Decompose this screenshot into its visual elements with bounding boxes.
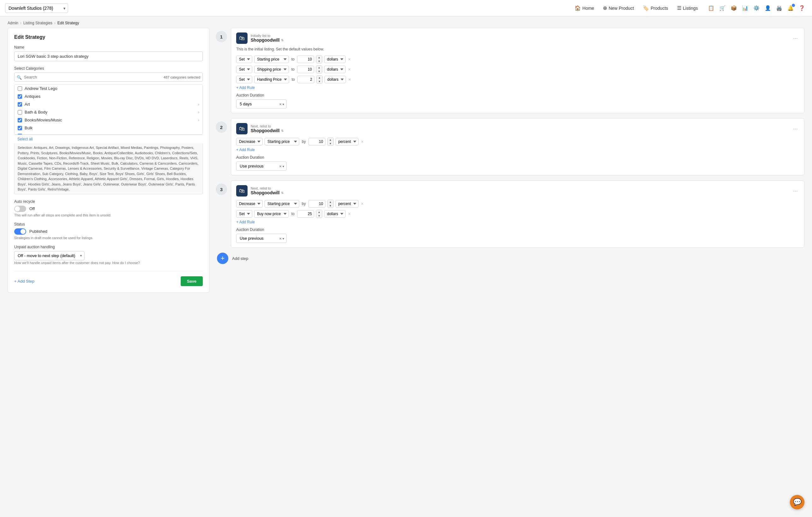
rule-spinner-up-1-2[interactable]: ▲ xyxy=(316,66,322,69)
add-rule-link-1[interactable]: + Add Rule xyxy=(236,85,799,90)
rule-unit-select-1-1[interactable]: dollars xyxy=(324,56,346,63)
duration-select-2[interactable]: Use previous xyxy=(236,162,287,171)
print-icon-btn[interactable]: 🖨️ xyxy=(774,3,784,13)
rule-unit-select-3-2[interactable]: dollars xyxy=(324,210,346,218)
category-checkbox[interactable] xyxy=(18,102,22,107)
nav-products[interactable]: 🏷️ Products xyxy=(639,3,671,13)
notification-icon-btn[interactable]: 🔔 xyxy=(785,3,795,13)
step-row-3: 3🛍Next, relist toShopgoodwill ⇅···Decrea… xyxy=(216,180,805,248)
rule-unit-select-2-1[interactable]: percent xyxy=(336,138,358,145)
user-icon-btn[interactable]: 👤 xyxy=(763,3,773,13)
rule-spinner-down-2-1[interactable]: ▼ xyxy=(328,142,333,145)
rule-unit-select-1-3[interactable]: dollars xyxy=(324,76,346,83)
category-item[interactable]: Bulk xyxy=(14,124,202,132)
rule-value-input-3-2[interactable] xyxy=(297,210,314,218)
rule-delete-btn-1-2[interactable]: × xyxy=(348,67,351,72)
rule-action-select-1-3[interactable]: Set xyxy=(236,76,252,83)
box-icon-btn[interactable]: 📦 xyxy=(729,3,739,13)
category-checkbox[interactable] xyxy=(18,118,22,122)
rule-value-input-3-1[interactable] xyxy=(309,200,325,207)
category-item[interactable]: Andrew Test Lego xyxy=(14,85,202,92)
rule-delete-btn-1-1[interactable]: × xyxy=(348,57,351,62)
rule-spinner-3-2: ▲▼ xyxy=(316,210,322,218)
unpaid-select[interactable]: Off - move to next step (default) xyxy=(14,251,85,260)
duration-select-3[interactable]: Use previous xyxy=(236,234,287,243)
step-menu-btn-1[interactable]: ··· xyxy=(792,35,799,41)
category-item[interactable]: Books/Movies/Music› xyxy=(14,116,202,124)
rule-value-input-1-1[interactable] xyxy=(297,56,314,63)
nav-home[interactable]: 🏠 Home xyxy=(571,3,597,13)
rule-field-select-1-3[interactable]: Handling Price xyxy=(254,76,289,83)
rule-field-select-2-1[interactable]: Starting price xyxy=(265,138,299,145)
add-step-link[interactable]: + Add Step xyxy=(14,279,34,284)
rule-spinner-down-3-2[interactable]: ▼ xyxy=(316,214,322,218)
step-menu-btn-2[interactable]: ··· xyxy=(792,125,799,132)
rule-field-select-1-1[interactable]: Starting price xyxy=(254,56,289,63)
category-item[interactable]: Antiques xyxy=(14,92,202,100)
rule-value-input-2-1[interactable] xyxy=(309,138,325,145)
category-checkbox[interactable] xyxy=(18,94,22,99)
category-item[interactable]: Art› xyxy=(14,100,202,108)
rule-delete-btn-2-1[interactable]: × xyxy=(361,139,364,144)
rule-action-select-1-1[interactable]: Set xyxy=(236,56,252,63)
rule-action-select-1-2[interactable]: Set xyxy=(236,66,252,73)
duration-select-1[interactable]: 5 days xyxy=(236,99,287,109)
category-checkbox[interactable] xyxy=(18,86,22,91)
store-selector[interactable]: Downleft Studios (278) xyxy=(5,3,68,13)
nav-new-product[interactable]: ⊕ New Product xyxy=(600,3,637,13)
rule-unit-select-3-1[interactable]: percent xyxy=(336,200,358,207)
category-expand-icon[interactable]: › xyxy=(198,110,199,115)
save-button[interactable]: Save xyxy=(181,276,203,286)
add-rule-link-2[interactable]: + Add Rule xyxy=(236,148,799,152)
add-step-circle-btn[interactable]: + xyxy=(217,253,228,264)
rule-action-select-3-1[interactable]: Decrease xyxy=(236,200,263,207)
copy-icon-btn[interactable]: 📋 xyxy=(706,3,716,13)
category-checkbox[interactable] xyxy=(18,126,22,130)
cart-icon-btn[interactable]: 🛒 xyxy=(717,3,727,13)
rule-value-input-1-2[interactable] xyxy=(297,66,314,73)
auto-recycle-toggle[interactable] xyxy=(14,206,26,212)
rule-spinner-up-1-3[interactable]: ▲ xyxy=(317,76,322,80)
rule-field-select-1-2[interactable]: Shipping price xyxy=(254,66,289,73)
help-icon-btn[interactable]: ❓ xyxy=(797,3,807,13)
rule-spinner-down-1-2[interactable]: ▼ xyxy=(316,69,322,73)
breadcrumb-listing-strategies[interactable]: Listing Strategies xyxy=(23,21,52,25)
rule-value-input-1-3[interactable] xyxy=(297,76,314,83)
rule-spinner-up-1-1[interactable]: ▲ xyxy=(316,56,322,59)
breadcrumb-admin[interactable]: Admin xyxy=(7,21,18,25)
auction-duration-label-1: Auction Duration xyxy=(236,93,799,97)
rule-spinner-up-2-1[interactable]: ▲ xyxy=(328,138,333,142)
store-select[interactable]: Downleft Studios (278) xyxy=(5,3,68,13)
category-checkbox[interactable] xyxy=(18,110,22,115)
rule-spinner-down-1-3[interactable]: ▼ xyxy=(317,80,322,83)
rule-spinner-down-3-1[interactable]: ▼ xyxy=(328,204,333,207)
add-rule-link-3[interactable]: + Add Rule xyxy=(236,220,799,224)
platform-sort-icon[interactable]: ⇅ xyxy=(281,129,284,133)
rule-delete-btn-1-3[interactable]: × xyxy=(348,77,351,82)
rule-action-select-3-2[interactable]: Set xyxy=(236,210,252,218)
category-item[interactable]: Bath & Body› xyxy=(14,108,202,116)
platform-sort-icon[interactable]: ⇅ xyxy=(281,191,284,195)
rule-spinner-up-3-2[interactable]: ▲ xyxy=(316,210,322,214)
rule-delete-btn-3-1[interactable]: × xyxy=(361,201,364,206)
category-expand-icon[interactable]: › xyxy=(198,118,199,122)
category-item[interactable]: Calculators xyxy=(14,132,202,135)
step-menu-btn-3[interactable]: ··· xyxy=(792,188,799,194)
rule-spinner-down-1-1[interactable]: ▼ xyxy=(316,59,322,63)
step-header-left-2: 🛍Next, relist toShopgoodwill ⇅ xyxy=(236,123,789,134)
rule-field-select-3-2[interactable]: Buy now price xyxy=(254,210,289,218)
chart-icon-btn[interactable]: 📊 xyxy=(740,3,750,13)
rule-delete-btn-3-2[interactable]: × xyxy=(348,211,351,217)
rule-spinner-up-3-1[interactable]: ▲ xyxy=(328,200,333,204)
rule-unit-select-1-2[interactable]: dollars xyxy=(324,66,346,73)
name-input[interactable] xyxy=(14,51,203,61)
rule-action-select-2-1[interactable]: Decrease xyxy=(236,138,263,145)
select-all-link[interactable]: Select all xyxy=(14,135,203,143)
status-toggle[interactable] xyxy=(14,228,26,235)
nav-listings[interactable]: ☰ Listings xyxy=(674,3,701,13)
settings-icon-btn[interactable]: ⚙️ xyxy=(751,3,761,13)
categories-count: 487 categories selected xyxy=(164,76,200,79)
platform-sort-icon[interactable]: ⇅ xyxy=(281,38,284,42)
category-expand-icon[interactable]: › xyxy=(198,102,199,107)
rule-field-select-3-1[interactable]: Starting price xyxy=(265,200,299,207)
